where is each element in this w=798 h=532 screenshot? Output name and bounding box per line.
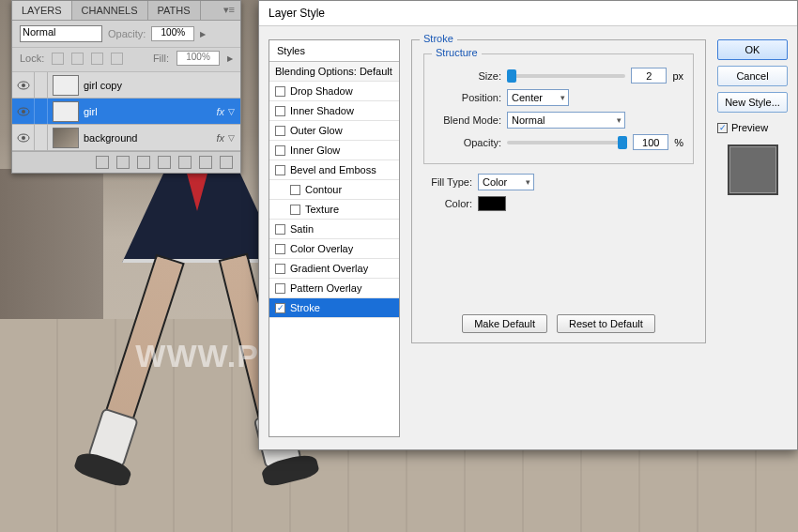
style-label: Pattern Overlay xyxy=(290,282,361,294)
fx-icon[interactable] xyxy=(116,156,130,169)
blending-options-item[interactable]: Blending Options: Default xyxy=(269,62,399,82)
style-label: Inner Shadow xyxy=(290,105,354,116)
fill-flyout-icon[interactable]: ▶ xyxy=(227,54,233,63)
style-item-outer-glow[interactable]: Outer Glow xyxy=(269,121,399,141)
panel-tabs: LAYERS CHANNELS PATHS ▾≡ xyxy=(12,1,240,21)
visibility-eye-icon[interactable] xyxy=(12,125,35,150)
style-checkbox[interactable] xyxy=(275,145,285,156)
style-checkbox[interactable] xyxy=(290,185,300,195)
preview-swatch xyxy=(728,144,778,195)
ok-button[interactable]: OK xyxy=(717,39,788,60)
panel-menu-icon[interactable]: ▾≡ xyxy=(218,1,240,20)
size-slider[interactable] xyxy=(507,74,625,78)
style-item-contour[interactable]: Contour xyxy=(269,180,399,200)
layer-name: girl copy xyxy=(84,80,240,91)
layer-thumbnail[interactable] xyxy=(53,101,79,122)
make-default-button[interactable]: Make Default xyxy=(462,314,547,333)
style-label: Inner Glow xyxy=(290,144,340,156)
svg-point-5 xyxy=(22,136,25,140)
style-checkbox[interactable] xyxy=(275,264,285,274)
layer-thumbnail[interactable] xyxy=(53,75,79,96)
layer-name: background xyxy=(84,132,216,144)
opacity-unit: % xyxy=(674,137,683,148)
tab-channels[interactable]: CHANNELS xyxy=(72,1,148,20)
lock-all-icon[interactable] xyxy=(111,53,123,65)
style-item-inner-shadow[interactable]: Inner Shadow xyxy=(269,101,399,121)
style-checkbox[interactable] xyxy=(275,106,285,116)
tab-layers[interactable]: LAYERS xyxy=(12,1,72,20)
style-label: Texture xyxy=(305,204,339,215)
layer-row[interactable]: girl copy xyxy=(12,72,240,99)
lock-label: Lock: xyxy=(20,53,44,64)
style-label: Outer Glow xyxy=(290,125,343,136)
style-checkbox[interactable] xyxy=(275,126,285,136)
styles-header[interactable]: Styles xyxy=(269,40,399,62)
blendmode-select[interactable]: Normal xyxy=(507,112,625,129)
opacity-field[interactable]: 100% xyxy=(151,26,194,41)
style-item-drop-shadow[interactable]: Drop Shadow xyxy=(269,82,399,101)
cancel-button[interactable]: Cancel xyxy=(717,66,788,86)
style-item-pattern-overlay[interactable]: Pattern Overlay xyxy=(269,279,399,298)
layer-row[interactable]: backgroundfx▽ xyxy=(12,125,240,151)
preview-label: Preview xyxy=(731,122,768,133)
fill-label: Fill: xyxy=(153,53,169,64)
adjustment-icon[interactable] xyxy=(158,156,171,169)
fx-indicator: fx xyxy=(216,132,224,144)
color-swatch[interactable] xyxy=(478,196,506,211)
style-checkbox[interactable] xyxy=(275,283,285,294)
style-item-stroke[interactable]: ✓Stroke xyxy=(269,298,399,318)
style-item-texture[interactable]: Texture xyxy=(269,200,399,220)
style-item-inner-glow[interactable]: Inner Glow xyxy=(269,141,399,160)
new-layer-icon[interactable] xyxy=(199,156,212,169)
panel-footer xyxy=(12,151,240,173)
position-select[interactable]: Center xyxy=(507,89,569,106)
style-item-bevel-and-emboss[interactable]: Bevel and Emboss xyxy=(269,160,399,180)
new-style-button[interactable]: New Style... xyxy=(717,92,788,113)
style-checkbox[interactable] xyxy=(275,244,285,254)
style-label: Gradient Overlay xyxy=(290,263,368,274)
opacity-slider[interactable] xyxy=(507,141,627,144)
style-checkbox[interactable] xyxy=(275,86,285,97)
style-checkbox[interactable] xyxy=(275,224,285,235)
layer-style-dialog: Layer Style Styles Blending Options: Def… xyxy=(258,0,798,450)
style-checkbox[interactable] xyxy=(275,165,285,175)
styles-list: Styles Blending Options: Default Drop Sh… xyxy=(269,39,400,437)
link-layers-icon[interactable] xyxy=(96,156,109,169)
style-checkbox[interactable]: ✓ xyxy=(275,303,285,313)
opacity-label: Opacity: xyxy=(108,28,146,39)
size-input[interactable] xyxy=(631,68,667,84)
mask-icon[interactable] xyxy=(137,156,150,169)
style-item-satin[interactable]: Satin xyxy=(269,220,399,239)
chevron-down-icon[interactable]: ▽ xyxy=(228,133,235,143)
layers-list: girl copygirlfx▽backgroundfx▽ xyxy=(12,72,240,151)
style-label: Satin xyxy=(290,223,314,235)
blend-mode-select[interactable]: Normal xyxy=(20,25,102,42)
style-item-gradient-overlay[interactable]: Gradient Overlay xyxy=(269,259,399,279)
color-label: Color: xyxy=(423,198,472,209)
style-item-color-overlay[interactable]: Color Overlay xyxy=(269,239,399,259)
preview-checkbox[interactable]: ✓ xyxy=(717,123,728,133)
svg-point-3 xyxy=(22,110,25,114)
tab-paths[interactable]: PATHS xyxy=(148,1,201,20)
filltype-select[interactable]: Color xyxy=(478,174,534,190)
trash-icon[interactable] xyxy=(220,156,233,169)
style-label: Color Overlay xyxy=(290,243,353,254)
filltype-label: Fill Type: xyxy=(423,176,472,188)
fx-indicator: fx xyxy=(216,106,224,117)
opacity-flyout-icon[interactable]: ▶ xyxy=(200,30,206,38)
stroke-legend: Stroke xyxy=(420,33,457,44)
group-icon[interactable] xyxy=(178,156,192,169)
visibility-eye-icon[interactable] xyxy=(12,99,35,124)
style-checkbox[interactable] xyxy=(290,205,300,215)
fill-field[interactable]: 100% xyxy=(176,51,220,66)
lock-transparency-icon[interactable] xyxy=(52,53,64,65)
reset-default-button[interactable]: Reset to Default xyxy=(557,314,655,333)
lock-pixels-icon[interactable] xyxy=(71,53,84,65)
visibility-eye-icon[interactable] xyxy=(12,72,35,98)
layer-row[interactable]: girlfx▽ xyxy=(12,99,240,125)
lock-position-icon[interactable] xyxy=(91,53,103,65)
stroke-fieldset: Stroke Structure Size: px Position: Cent… xyxy=(411,39,706,343)
chevron-down-icon[interactable]: ▽ xyxy=(228,107,235,116)
layer-thumbnail[interactable] xyxy=(53,128,79,148)
opacity-input[interactable] xyxy=(633,134,668,150)
